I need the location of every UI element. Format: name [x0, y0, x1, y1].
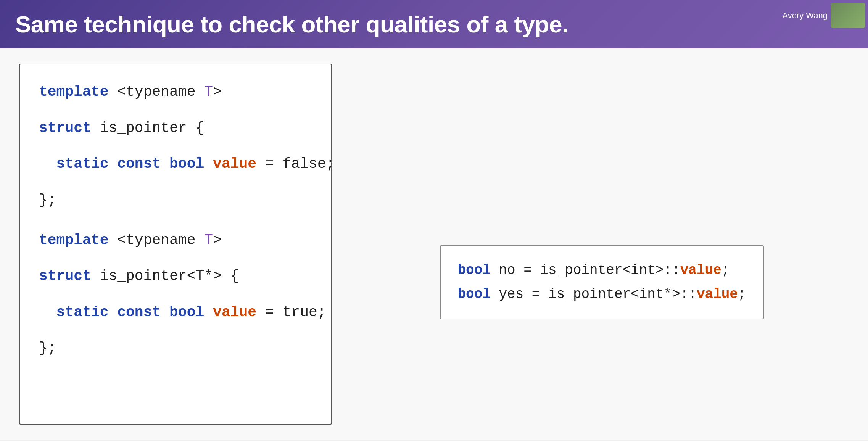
- avatar-area: Avery Wang: [782, 3, 865, 28]
- code-line: [39, 253, 312, 264]
- slide-header: Same technique to check other qualities …: [0, 0, 868, 48]
- code-line: [39, 325, 312, 336]
- code-line: template <typename T>: [39, 80, 312, 105]
- code-line: bool no = is_pointer<int>::value;: [457, 258, 746, 282]
- left-code-box: template <typename T> struct is_pointer …: [19, 64, 332, 425]
- code-line: static const bool value = false;: [39, 152, 312, 177]
- avatar-image: [831, 3, 865, 28]
- code-line: struct is_pointer {: [39, 116, 312, 141]
- avatar-placeholder: [831, 3, 865, 28]
- code-line: bool yes = is_pointer<int*>::value;: [457, 282, 746, 306]
- right-area: bool no = is_pointer<int>::value;bool ye…: [355, 64, 849, 425]
- code-line: [39, 177, 312, 188]
- code-line: [39, 140, 312, 152]
- code-line: [39, 105, 312, 116]
- code-line: struct is_pointer<T*> {: [39, 264, 312, 289]
- main-content: template <typename T> struct is_pointer …: [0, 48, 868, 440]
- slide-title: Same technique to check other qualities …: [15, 11, 853, 38]
- avatar-name: Avery Wang: [782, 11, 828, 21]
- right-code-box: bool no = is_pointer<int>::value;bool ye…: [440, 245, 763, 319]
- code-line: [39, 289, 312, 300]
- code-line: static const bool value = true;: [39, 300, 312, 325]
- code-line: };: [39, 188, 312, 213]
- code-line: template <typename T>: [39, 228, 312, 253]
- code-line: };: [39, 336, 312, 361]
